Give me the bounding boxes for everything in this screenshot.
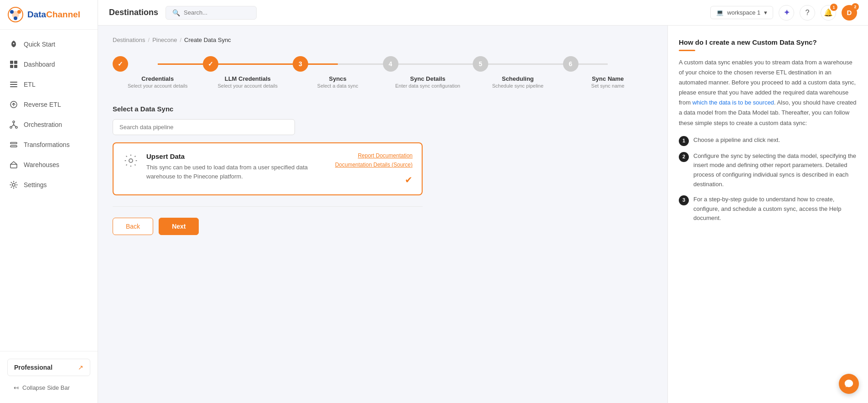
step-label-2: LLM Credentials bbox=[225, 75, 271, 82]
step-sync-details: 4 Sync Details Enter data sync configura… bbox=[383, 56, 473, 89]
help-accent-bar bbox=[679, 50, 695, 51]
section-title: Select a Data Sync bbox=[113, 105, 653, 113]
transformations-icon bbox=[9, 140, 18, 149]
step-sublabel-4: Enter data sync configuration bbox=[395, 83, 460, 89]
step-credentials: ✓ Credentials Select your account detail… bbox=[113, 56, 203, 89]
topbar-left: Destinations 🔍 bbox=[109, 6, 257, 20]
help-doc-link[interactable]: Help document bbox=[693, 205, 841, 222]
sidebar-item-label: ETL bbox=[24, 81, 36, 88]
collapse-sidebar-button[interactable]: ↤ Collapse Side Bar bbox=[7, 380, 90, 396]
orchestration-icon bbox=[9, 120, 18, 129]
sidebar: DataChannel Quick Start Dashboard ETL bbox=[0, 0, 98, 403]
step-circle-3: 3 bbox=[293, 56, 308, 72]
workspace-selector[interactable]: 💻 workspace 1 ▾ bbox=[710, 6, 773, 19]
help-step-3: 3 For a step-by-step guide to understand… bbox=[679, 195, 857, 223]
workspace-label: workspace 1 bbox=[727, 9, 760, 16]
stepper: ✓ Credentials Select your account detail… bbox=[113, 56, 653, 89]
ai-button[interactable]: ✦ bbox=[779, 5, 794, 21]
svg-point-3 bbox=[17, 10, 21, 14]
sync-card-body: Upsert Data This sync can be used to loa… bbox=[146, 152, 328, 181]
etl-icon bbox=[9, 80, 18, 89]
divider bbox=[113, 206, 423, 207]
sidebar-item-label: Settings bbox=[24, 181, 47, 188]
settings-icon bbox=[9, 180, 18, 189]
step-label-1: Credentials bbox=[141, 75, 174, 82]
help-button[interactable]: ? bbox=[800, 5, 815, 21]
sidebar-item-etl[interactable]: ETL bbox=[0, 74, 98, 94]
sidebar-item-settings[interactable]: Settings bbox=[0, 175, 98, 195]
sidebar-item-warehouses[interactable]: Warehouses bbox=[0, 155, 98, 175]
sidebar-item-transformations[interactable]: Transformations bbox=[0, 135, 98, 155]
sidebar-item-reverse-etl[interactable]: Reverse ETL bbox=[0, 94, 98, 115]
step-num-2: 2 bbox=[679, 152, 689, 162]
search-bar[interactable]: 🔍 bbox=[165, 6, 257, 20]
right-panel: How do I create a new Custom Data Sync? … bbox=[667, 26, 868, 403]
content: Destinations / Pinecone / Create Data Sy… bbox=[98, 26, 868, 403]
svg-rect-6 bbox=[14, 61, 17, 64]
warehouses-icon bbox=[9, 160, 18, 169]
notifications-button[interactable]: 🔔 1 bbox=[821, 5, 836, 21]
doc-details-link[interactable]: Documentation Details (Source) bbox=[335, 162, 413, 168]
sidebar-bottom: Professional ↗ ↤ Collapse Side Bar bbox=[0, 351, 98, 403]
step-circle-1: ✓ bbox=[113, 56, 128, 72]
logo: DataChannel bbox=[0, 0, 98, 30]
breadcrumb-destinations[interactable]: Destinations bbox=[113, 37, 145, 43]
step-sublabel-3: Select a data sync bbox=[317, 83, 358, 89]
external-link-icon: ↗ bbox=[78, 364, 83, 371]
next-button[interactable]: Next bbox=[159, 218, 199, 235]
svg-point-2 bbox=[10, 10, 14, 14]
sidebar-item-label: Dashboard bbox=[24, 61, 55, 68]
search-pipeline-input[interactable] bbox=[113, 119, 295, 135]
sidebar-item-quick-start[interactable]: Quick Start bbox=[0, 34, 98, 54]
reverse-etl-icon bbox=[9, 100, 18, 109]
main: Destinations 🔍 💻 workspace 1 ▾ ✦ ? 🔔 1 D… bbox=[98, 0, 868, 403]
step-sublabel-5: Schedule sync pipeline bbox=[492, 83, 543, 89]
sync-card-actions: Report Documentation Documentation Detai… bbox=[335, 152, 413, 185]
svg-point-12 bbox=[16, 126, 17, 128]
workspace-icon: 💻 bbox=[716, 9, 723, 16]
sidebar-nav: Quick Start Dashboard ETL Reverse ETL bbox=[0, 30, 98, 351]
svg-point-16 bbox=[12, 183, 15, 186]
main-panel: Destinations / Pinecone / Create Data Sy… bbox=[98, 26, 667, 403]
grid-icon bbox=[9, 60, 18, 69]
step-sublabel-1: Select your account details bbox=[128, 83, 187, 89]
svg-point-4 bbox=[14, 16, 17, 20]
step-circle-2: ✓ bbox=[203, 56, 218, 72]
sidebar-item-orchestration[interactable]: Orchestration bbox=[0, 115, 98, 135]
topbar-right: 💻 workspace 1 ▾ ✦ ? 🔔 1 D 2 bbox=[710, 5, 857, 21]
report-doc-link[interactable]: Report Documentation bbox=[358, 152, 413, 159]
svg-rect-14 bbox=[10, 146, 17, 147]
logo-channel: Channel bbox=[46, 10, 80, 19]
step-syncs: 3 Syncs Select a data sync bbox=[293, 56, 383, 89]
step-sublabel-6: Set sync name bbox=[591, 83, 625, 89]
svg-rect-5 bbox=[10, 61, 13, 64]
notification-badge: 1 bbox=[830, 4, 837, 11]
search-icon: 🔍 bbox=[172, 9, 180, 16]
help-link-warehouse[interactable]: which the data is to be sourced bbox=[692, 99, 774, 106]
help-title: How do I create a new Custom Data Sync? bbox=[679, 38, 857, 46]
svg-rect-8 bbox=[14, 65, 17, 68]
step-num-1: 1 bbox=[679, 136, 689, 146]
chat-support-button[interactable] bbox=[839, 374, 859, 394]
step-label-6: Sync Name bbox=[592, 75, 624, 82]
sidebar-item-label: Warehouses bbox=[24, 161, 59, 168]
sidebar-item-dashboard[interactable]: Dashboard bbox=[0, 54, 98, 74]
svg-point-11 bbox=[10, 126, 12, 128]
sync-card-upsert[interactable]: Upsert Data This sync can be used to loa… bbox=[113, 142, 423, 195]
sync-card-title: Upsert Data bbox=[146, 152, 328, 160]
back-button[interactable]: Back bbox=[113, 218, 153, 235]
help-step-text-3: For a step-by-step guide to understand h… bbox=[693, 195, 857, 223]
chevron-down-icon: ▾ bbox=[764, 9, 767, 16]
user-avatar[interactable]: D 2 bbox=[842, 5, 857, 21]
sidebar-item-label: Orchestration bbox=[24, 121, 62, 128]
breadcrumb-pinecone[interactable]: Pinecone bbox=[152, 37, 177, 43]
logo-text: DataChannel bbox=[27, 10, 80, 20]
search-input[interactable] bbox=[184, 9, 248, 16]
sidebar-item-label: Quick Start bbox=[24, 41, 55, 48]
rocket-icon bbox=[9, 40, 18, 49]
step-llm-credentials: ✓ LLM Credentials Select your account de… bbox=[203, 56, 293, 89]
svg-rect-13 bbox=[10, 142, 17, 144]
professional-badge[interactable]: Professional ↗ bbox=[7, 359, 90, 376]
step-label-3: Syncs bbox=[329, 75, 346, 82]
help-body-text: A custom data sync enables you to stream… bbox=[679, 58, 857, 128]
